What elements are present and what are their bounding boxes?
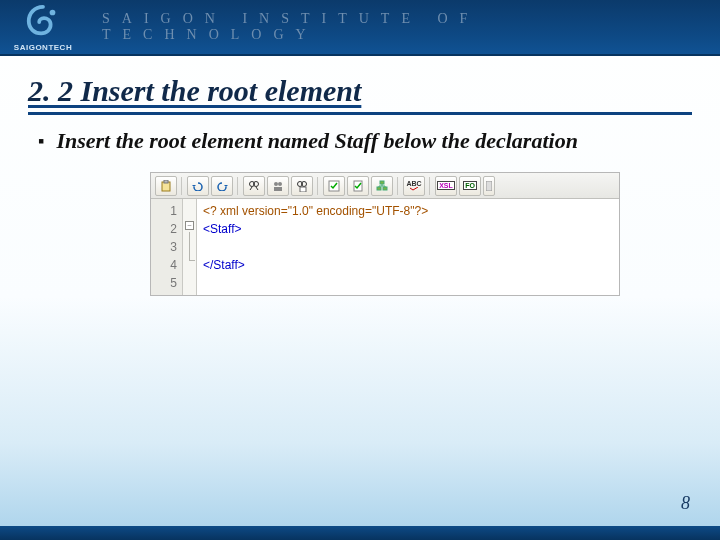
editor-toolbar: ABC XSL FO [151,173,619,199]
svg-point-7 [274,182,278,186]
fold-end [189,260,195,261]
more-icon[interactable] [483,176,495,196]
validate-doc-icon[interactable] [347,176,369,196]
svg-rect-12 [300,187,306,192]
code-line [203,238,613,256]
logo-icon [24,3,62,41]
toolbar-separator [237,177,239,195]
header-title: SAIGON INSTITUTE OF TECHNOLOGY [102,11,706,43]
page-number: 8 [681,493,690,514]
line-number: 4 [151,256,177,274]
code-lines[interactable]: <? xml version="1.0" encoding="UTF-8"?> … [197,199,619,295]
brand-text: SAIGONTECH [14,43,72,52]
svg-point-8 [278,182,282,186]
find-file-icon[interactable] [291,176,313,196]
code-line [203,274,613,292]
code-line: </Staff> [203,256,613,274]
code-line: <? xml version="1.0" encoding="UTF-8"?> [203,202,613,220]
fo-icon[interactable]: FO [459,176,481,196]
paste-icon[interactable] [155,176,177,196]
validate-icon[interactable] [323,176,345,196]
svg-rect-2 [164,180,168,183]
brand: SAIGONTECH [14,3,72,52]
svg-rect-17 [383,187,387,190]
svg-rect-16 [377,187,381,190]
fold-toggle-icon[interactable]: − [185,221,194,230]
code-line: <Staff> [203,220,613,238]
line-number: 5 [151,274,177,292]
bullet-marker-icon: ▪ [38,128,44,154]
slide: SAIGONTECH SAIGON INSTITUTE OF TECHNOLOG… [0,0,720,540]
undo-icon[interactable] [187,176,209,196]
fold-gutter: − [183,199,197,295]
toolbar-separator [317,177,319,195]
redo-icon[interactable] [211,176,233,196]
find-people-icon[interactable] [267,176,289,196]
svg-point-0 [50,9,56,15]
xsl-icon[interactable]: XSL [435,176,457,196]
toolbar-separator [181,177,183,195]
svg-rect-22 [486,181,492,191]
find-icon[interactable] [243,176,265,196]
line-number: 3 [151,238,177,256]
code-area: 1 2 3 4 5 − <? xml version="1.0" encodin… [151,199,619,295]
spellcheck-icon[interactable]: ABC [403,176,425,196]
toolbar-separator [397,177,399,195]
section-heading: 2. 2 Insert the root element [28,74,692,115]
header-bar: SAIGONTECH SAIGON INSTITUTE OF TECHNOLOG… [0,0,720,56]
svg-line-5 [250,187,252,190]
bullet-item: ▪ Insert the root element named Staff be… [38,128,690,154]
tree-icon[interactable] [371,176,393,196]
line-number: 2 [151,220,177,238]
line-number: 1 [151,202,177,220]
bullet-text: Insert the root element named Staff belo… [56,128,578,154]
footer-bar [0,526,720,540]
svg-rect-9 [274,187,282,191]
line-gutter: 1 2 3 4 5 [151,199,183,295]
svg-line-6 [256,187,258,190]
toolbar-separator [429,177,431,195]
svg-rect-15 [380,181,384,184]
fold-line [189,232,190,260]
code-editor: ABC XSL FO 1 2 3 4 5 − <? xml version="1… [150,172,620,296]
